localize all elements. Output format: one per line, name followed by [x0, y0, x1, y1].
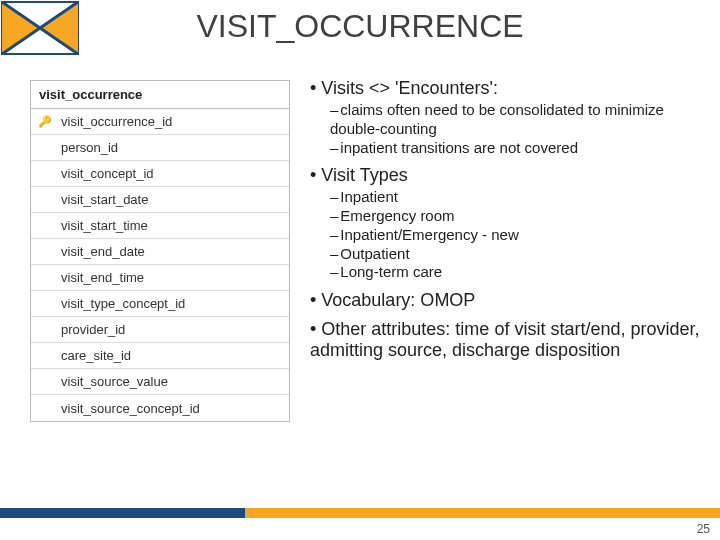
column-name: visit_start_date	[59, 192, 289, 207]
column-name: visit_start_time	[59, 218, 289, 233]
sub-bullet: Long-term care	[330, 263, 710, 282]
table-row: care_site_id	[31, 343, 289, 369]
bullet-other: Other attributes: time of visit start/en…	[310, 319, 710, 361]
table-row: visit_start_time	[31, 213, 289, 239]
schema-table: visit_occurrence 🔑visit_occurrence_idper…	[30, 80, 290, 422]
table-row: visit_source_value	[31, 369, 289, 395]
sub-bullet: Emergency room	[330, 207, 710, 226]
content-bullets: Visits <> 'Encounters': claims often nee…	[310, 78, 710, 369]
column-name: visit_type_concept_id	[59, 296, 289, 311]
bullet-vocab: Vocabulary: OMOP	[310, 290, 710, 311]
sub-bullet: claims often need to be consolidated to …	[330, 101, 710, 139]
bullet-visits: Visits <> 'Encounters':	[310, 78, 710, 99]
bullet-types: Visit Types	[310, 165, 710, 186]
table-row: visit_start_date	[31, 187, 289, 213]
page-title: VISIT_OCCURRENCE	[0, 8, 720, 45]
column-name: visit_occurrence_id	[59, 114, 289, 129]
table-row: visit_end_time	[31, 265, 289, 291]
column-name: visit_end_time	[59, 270, 289, 285]
footer-stripe	[0, 508, 720, 518]
page-number: 25	[697, 522, 710, 536]
table-row: visit_source_concept_id	[31, 395, 289, 421]
column-name: visit_concept_id	[59, 166, 289, 181]
sub-bullet: Outpatient	[330, 245, 710, 264]
sub-bullet: Inpatient/Emergency - new	[330, 226, 710, 245]
column-name: person_id	[59, 140, 289, 155]
key-icon: 🔑	[31, 115, 59, 128]
column-name: visit_source_concept_id	[59, 401, 289, 416]
table-row: visit_end_date	[31, 239, 289, 265]
column-name: care_site_id	[59, 348, 289, 363]
table-row: visit_type_concept_id	[31, 291, 289, 317]
table-row: provider_id	[31, 317, 289, 343]
table-row: 🔑visit_occurrence_id	[31, 109, 289, 135]
table-name: visit_occurrence	[31, 81, 289, 109]
sub-bullet: inpatient transitions are not covered	[330, 139, 710, 158]
column-name: visit_end_date	[59, 244, 289, 259]
column-name: provider_id	[59, 322, 289, 337]
table-row: visit_concept_id	[31, 161, 289, 187]
sub-bullet: Inpatient	[330, 188, 710, 207]
column-name: visit_source_value	[59, 374, 289, 389]
table-row: person_id	[31, 135, 289, 161]
